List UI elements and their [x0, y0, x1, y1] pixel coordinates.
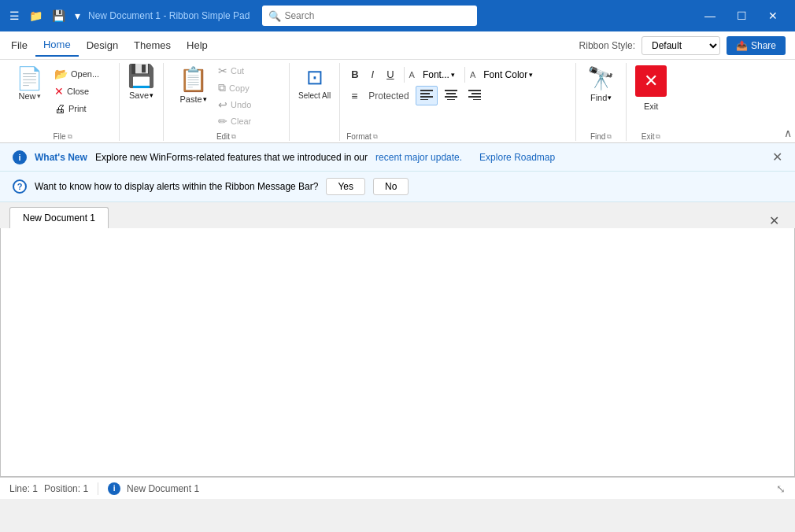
copy-label: Copy: [229, 83, 250, 93]
align-left-icon: [420, 89, 433, 100]
underline-button[interactable]: U: [382, 66, 398, 83]
close-button[interactable]: ✕: [757, 0, 789, 31]
open-icon: 📂: [54, 68, 68, 80]
svg-rect-1: [420, 93, 430, 94]
alert-info-icon: i: [13, 150, 27, 164]
cut-button[interactable]: ✂ Cut: [215, 63, 278, 79]
exit-group-expander[interactable]: ⧉: [656, 133, 660, 141]
format-separator-2: [464, 67, 465, 83]
share-label: Share: [751, 40, 776, 51]
menu-file[interactable]: File: [3, 35, 35, 56]
title-bar: ☰ 📁 💾 ▾ New Document 1 - Ribbon Simple P…: [0, 0, 795, 31]
ribbon-collapse-button[interactable]: ∧: [784, 127, 792, 139]
alert-info-close[interactable]: ✕: [772, 150, 782, 164]
ribbon-style-select[interactable]: Default Office 2019 Office 2016: [642, 36, 720, 55]
font-dropdown[interactable]: Font... ▾: [418, 67, 460, 83]
menu-design[interactable]: Design: [79, 35, 126, 56]
share-button[interactable]: 📤 Share: [727, 36, 786, 55]
svg-rect-8: [468, 90, 481, 91]
align-center-button[interactable]: [441, 87, 461, 105]
undo-icon: ↩: [218, 98, 227, 111]
close-button[interactable]: ✕ Close: [51, 83, 114, 99]
app-title-main: New Document 1: [88, 10, 161, 21]
menu-home[interactable]: Home: [35, 34, 79, 57]
close-label: Close: [67, 87, 89, 96]
find-button[interactable]: 🔭 Find ▾: [583, 63, 619, 105]
file-group-label: File ⧉: [53, 129, 72, 141]
font-color-dropdown[interactable]: Font Color ▾: [479, 67, 538, 83]
exit-button[interactable]: ✕ Exit: [631, 63, 671, 113]
file-group-label-text: File: [53, 132, 65, 141]
align-left-button[interactable]: [416, 86, 438, 105]
app-title-subtitle: - Ribbon Simple Pad: [161, 10, 250, 21]
find-icon: 🔭: [587, 65, 615, 91]
italic-button[interactable]: I: [367, 66, 379, 83]
new-button[interactable]: 📄 New ▾: [11, 63, 48, 103]
format-group-expander[interactable]: ⧉: [373, 133, 378, 141]
alert-info-text: Explore new WinForms-related features th…: [95, 152, 368, 163]
tab-close-button[interactable]: ✕: [769, 213, 786, 228]
edit-group-expander[interactable]: ⧉: [231, 133, 236, 141]
open-button[interactable]: 📂 Open...: [51, 66, 114, 82]
ribbon-group-save: 💾 Save ▾: [120, 63, 164, 141]
share-icon: 📤: [736, 40, 748, 51]
list-button[interactable]: ≡: [346, 87, 362, 105]
align-right-button[interactable]: [464, 87, 485, 105]
status-doc-name: New Document 1: [127, 483, 199, 494]
font-dropdown-arrow: ▾: [451, 71, 455, 79]
menu-bar-right: Ribbon Style: Default Office 2019 Office…: [579, 36, 792, 55]
print-button[interactable]: 🖨 Print: [51, 101, 114, 116]
bold-button[interactable]: B: [346, 66, 363, 83]
align-center-icon: [445, 89, 457, 100]
svg-rect-11: [473, 99, 481, 100]
svg-rect-3: [420, 99, 428, 100]
menu-bar: File Home Design Themes Help Ribbon Styl…: [0, 31, 795, 60]
ribbon-group-find: 🔭 Find ▾ Find ⧉: [576, 63, 627, 141]
clear-button[interactable]: ✏ Clear: [215, 113, 278, 129]
find-group-expander[interactable]: ⧉: [607, 133, 612, 141]
ribbon-group-format: B I U A Font... ▾ A Font Color ▾ ≡ Prote…: [340, 63, 576, 141]
search-icon: 🔍: [268, 10, 281, 22]
paste-button[interactable]: 📋 Paste ▾: [175, 63, 212, 106]
menu-help[interactable]: Help: [179, 35, 216, 56]
svg-rect-6: [445, 96, 457, 98]
undo-label: Undo: [231, 100, 251, 109]
exit-group-content: ✕ Exit: [631, 63, 671, 129]
hamburger-icon[interactable]: ☰: [6, 8, 23, 24]
alert-no-button[interactable]: No: [373, 178, 409, 195]
save-icon[interactable]: 💾: [49, 8, 68, 24]
copy-button[interactable]: ⧉ Copy: [215, 79, 278, 96]
save-group-content: 💾 Save ▾: [128, 63, 155, 138]
alert-question-icon: ?: [13, 179, 27, 194]
alert-yes-button[interactable]: Yes: [326, 178, 365, 195]
window-controls: — ☐ ✕: [694, 0, 789, 31]
document-content[interactable]: [0, 228, 795, 477]
file-group-expander[interactable]: ⧉: [68, 133, 72, 141]
find-group-label-text: Find: [590, 132, 605, 141]
search-box[interactable]: 🔍: [262, 6, 476, 26]
close-icon: ✕: [54, 85, 64, 98]
format-separator-1: [404, 67, 405, 83]
open-icon[interactable]: 📁: [26, 8, 46, 24]
explore-roadmap-link[interactable]: Explore Roadmap: [479, 152, 555, 163]
save-button[interactable]: 💾 Save ▾: [128, 63, 155, 100]
menu-themes[interactable]: Themes: [126, 35, 179, 56]
undo-button[interactable]: ↩ Undo: [215, 97, 278, 113]
minimize-button[interactable]: —: [694, 0, 726, 31]
format-row-2: ≡ Protected: [346, 86, 569, 105]
document-tab[interactable]: New Document 1: [9, 207, 109, 228]
select-all-button[interactable]: ⊡ Select All: [294, 63, 335, 103]
document-editor[interactable]: [13, 241, 782, 461]
status-separator: [98, 482, 98, 495]
ribbon-style-label: Ribbon Style:: [579, 40, 635, 51]
select-group-content: ⊡ Select All: [294, 63, 335, 138]
alert-info-link[interactable]: recent major update.: [375, 152, 462, 163]
app-title: New Document 1 - Ribbon Simple Pad: [88, 10, 250, 21]
status-info-icon[interactable]: i: [108, 482, 120, 495]
dropdown-icon[interactable]: ▾: [72, 8, 83, 24]
search-input[interactable]: [284, 10, 470, 21]
save-label: Save: [129, 91, 149, 100]
font-color-a-icon: A: [470, 70, 475, 79]
new-doc-icon: 📄: [16, 65, 43, 91]
restore-button[interactable]: ☐: [726, 0, 757, 31]
